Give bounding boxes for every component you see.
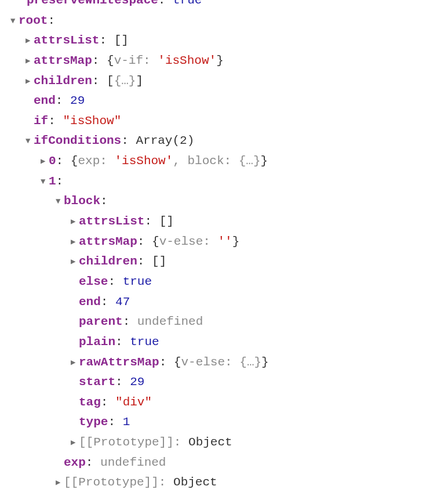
chevron-right-icon[interactable] <box>26 55 34 68</box>
children-row[interactable]: children: [{…}] <box>0 71 444 92</box>
block-type-row[interactable]: type: 1 <box>0 412 444 433</box>
root-row[interactable]: root: <box>0 11 444 31</box>
block-attrslist-row[interactable]: attrsList: [] <box>0 212 444 232</box>
end-row[interactable]: end: 29 <box>0 91 444 111</box>
chevron-right-icon[interactable] <box>71 356 79 369</box>
partial-line: preserveWhitespace: true <box>0 0 444 11</box>
block-row[interactable]: block: <box>0 191 444 212</box>
ifconditions-0-row[interactable]: 0: {exp: 'isShow', block: {…}} <box>0 151 444 172</box>
chevron-right-icon[interactable] <box>26 34 34 48</box>
prop-key: preserveWhitespace <box>27 0 158 11</box>
item1-proto-row[interactable]: [[Prototype]]: Object <box>0 473 444 493</box>
attrslist-row[interactable]: attrsList: [] <box>0 31 444 51</box>
attrsmap-row[interactable]: attrsMap: {v-if: 'isShow'} <box>0 51 444 71</box>
chevron-down-icon[interactable] <box>10 14 19 28</box>
chevron-down-icon[interactable] <box>26 135 34 148</box>
block-proto-row[interactable]: [[Prototype]]: Object <box>0 433 444 453</box>
chevron-down-icon[interactable] <box>56 195 64 208</box>
chevron-right-icon[interactable] <box>71 215 79 229</box>
item1-exp-row[interactable]: exp: undefined <box>0 453 444 473</box>
chevron-right-icon[interactable] <box>56 476 64 490</box>
chevron-right-icon[interactable] <box>71 235 79 249</box>
prop-val: true <box>173 0 202 11</box>
block-tag-row[interactable]: tag: "div" <box>0 393 444 413</box>
block-rawattrsmap-row[interactable]: rawAttrsMap: {v-else: {…}} <box>0 353 444 373</box>
ifconditions-row[interactable]: ifConditions: Array(2) <box>0 131 444 151</box>
chevron-right-icon[interactable] <box>41 155 49 168</box>
chevron-right-icon[interactable] <box>71 255 79 269</box>
block-plain-row[interactable]: plain: true <box>0 332 444 353</box>
ifconditions-1-row[interactable]: 1: <box>0 172 444 192</box>
block-children-row[interactable]: children: [] <box>0 252 444 272</box>
chevron-down-icon[interactable] <box>41 175 49 188</box>
block-else-row[interactable]: else: true <box>0 272 444 292</box>
prop-val: [] <box>114 31 129 51</box>
chevron-right-icon[interactable] <box>71 436 79 449</box>
chevron-right-icon[interactable] <box>26 75 34 88</box>
block-start-row[interactable]: start: 29 <box>0 372 444 393</box>
block-parent-row[interactable]: parent: undefined <box>0 312 444 332</box>
block-end-row[interactable]: end: 47 <box>0 292 444 313</box>
block-attrsmap-row[interactable]: attrsMap: {v-else: ''} <box>0 232 444 252</box>
if-row[interactable]: if: "isShow" <box>0 111 444 132</box>
